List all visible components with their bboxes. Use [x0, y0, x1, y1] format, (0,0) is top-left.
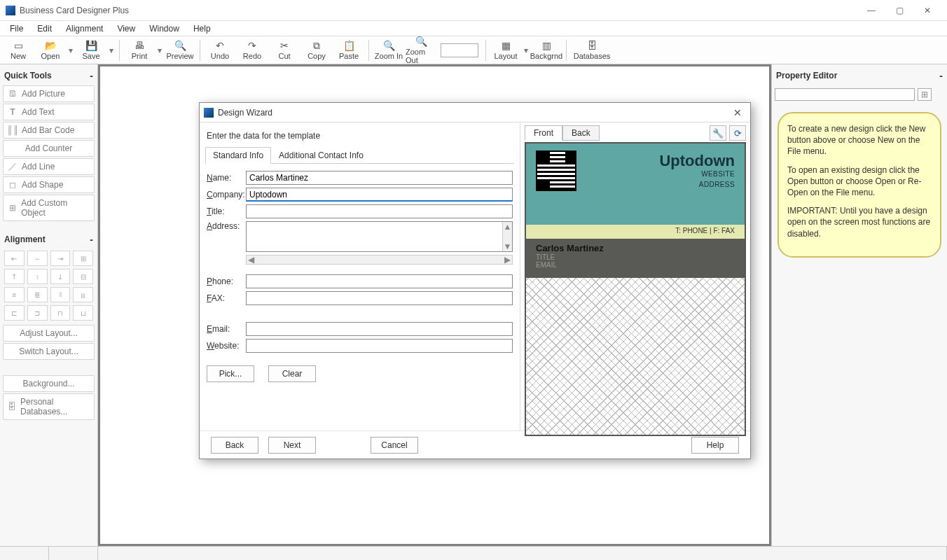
undo-button[interactable]: ↶Undo [205, 37, 235, 64]
tool-refresh-icon[interactable]: ⟳ [729, 125, 746, 141]
align-cell[interactable]: ⊏ [4, 305, 25, 321]
help-button[interactable]: Help [691, 437, 739, 454]
preview-website: WEBSITE [659, 170, 735, 178]
alignment-header: Alignment- [3, 231, 95, 248]
tool-wrench-icon[interactable]: 🔧 [710, 125, 726, 141]
label-fax: FAX: [207, 293, 246, 303]
tab-front[interactable]: Front [525, 125, 562, 141]
clear-button[interactable]: Clear [268, 365, 316, 382]
new-button[interactable]: ▭New [3, 37, 34, 64]
align-cell[interactable]: ⊟ [73, 269, 93, 284]
label-title: Title: [207, 206, 246, 216]
align-cell[interactable]: ⊐ [27, 305, 48, 321]
align-cell[interactable]: ⫼ [73, 287, 93, 302]
databases-button[interactable]: 🗄Databases [571, 37, 613, 64]
zoom-combo[interactable] [441, 43, 478, 57]
dialog-close-button[interactable]: ✕ [729, 107, 746, 118]
website-input[interactable] [246, 339, 513, 353]
address-input[interactable]: ▲▼ [246, 221, 513, 252]
maximize-button[interactable]: ▢ [885, 0, 913, 21]
dialog-form-panel: Enter the data for the template Standard… [200, 122, 520, 430]
phone-input[interactable] [246, 274, 513, 288]
copy-button[interactable]: ⧉Copy [301, 37, 332, 64]
zoomout-button[interactable]: 🔍Zoom Out [406, 37, 436, 64]
align-cell[interactable]: ↕ [27, 269, 48, 284]
save-dropdown[interactable]: ▾ [108, 46, 115, 55]
menu-window[interactable]: Window [142, 22, 186, 36]
card-preview: Uptodown WEBSITE ADDRESS T: PHONE | F: F… [525, 142, 746, 436]
dialog-tabs: Standard Info Additional Contact Info [205, 146, 514, 164]
add-picture-button[interactable]: 🖻Add Picture [3, 85, 95, 102]
align-cell[interactable]: ≡ [4, 287, 25, 302]
cut-button[interactable]: ✂Cut [269, 37, 300, 64]
layout-button[interactable]: ▦Layout [490, 37, 521, 64]
email-input[interactable] [246, 322, 513, 336]
label-website: Website: [207, 341, 246, 351]
collapse-icon[interactable]: - [90, 234, 93, 245]
add-shape-button[interactable]: ◻Add Shape [3, 176, 95, 193]
align-cell[interactable]: ⊔ [73, 305, 93, 321]
background-button[interactable]: Background... [3, 375, 95, 392]
open-dropdown[interactable]: ▾ [67, 46, 74, 55]
dialog-preview-panel: Front Back 🔧 ⟳ Uptodown WEBSITE ADDRESS … [520, 122, 750, 430]
save-button[interactable]: 💾Save [76, 37, 106, 64]
property-combo[interactable] [775, 88, 915, 101]
add-line-button[interactable]: ／Add Line [3, 158, 95, 175]
add-counter-button[interactable]: Add Counter [3, 140, 95, 157]
minimize-button[interactable]: — [857, 0, 885, 21]
preview-button[interactable]: 🔍Preview [165, 37, 195, 64]
dialog-titlebar: Design Wizard ✕ [200, 103, 750, 122]
personal-db-button[interactable]: 🗄Personal Databases... [3, 393, 95, 420]
align-cell[interactable]: ⊓ [50, 305, 71, 321]
separator [200, 40, 200, 61]
switch-layout-button[interactable]: Switch Layout... [3, 343, 95, 360]
hint-text: IMPORTANT: Until you have a design open … [787, 205, 932, 239]
tab-standard-info[interactable]: Standard Info [205, 147, 271, 164]
menu-edit[interactable]: Edit [30, 22, 59, 36]
add-text-button[interactable]: TAdd Text [3, 104, 95, 120]
add-barcode-button[interactable]: ║║Add Bar Code [3, 122, 95, 139]
menu-alignment[interactable]: Alignment [59, 22, 110, 36]
align-cell[interactable]: ↔ [27, 251, 48, 266]
zoomin-button[interactable]: 🔍Zoom In [373, 37, 404, 64]
quick-tools-header: Quick Tools- [3, 67, 95, 84]
property-options-icon[interactable]: ⊞ [918, 88, 932, 101]
next-button[interactable]: Next [268, 437, 316, 454]
address-hscroll[interactable]: ◀▶ [246, 255, 513, 265]
align-cell[interactable]: ⊞ [73, 251, 93, 266]
print-dropdown[interactable]: ▾ [156, 46, 163, 55]
align-cell[interactable]: ⫴ [50, 287, 71, 302]
company-input[interactable] [246, 188, 513, 202]
add-custom-button[interactable]: ⊞Add Custom Object [3, 195, 95, 221]
align-cell[interactable]: ≣ [27, 287, 48, 302]
menu-file[interactable]: File [3, 22, 30, 36]
collapse-icon[interactable]: - [939, 70, 943, 81]
name-input[interactable] [246, 171, 513, 185]
custom-icon: ⊞ [8, 203, 17, 213]
open-button[interactable]: 📂Open [35, 37, 66, 64]
close-button[interactable]: ✕ [913, 0, 941, 21]
align-cell[interactable]: ⇥ [50, 251, 71, 266]
print-button[interactable]: 🖶Print [124, 37, 155, 64]
hint-text: To create a new design click the New but… [787, 123, 932, 158]
pick-button[interactable]: Pick... [207, 365, 254, 382]
collapse-icon[interactable]: - [90, 70, 93, 81]
statusbar [0, 546, 947, 560]
tab-back[interactable]: Back [562, 125, 600, 141]
dialog-subtitle: Enter the data for the template [207, 131, 513, 141]
tab-additional-info[interactable]: Additional Contact Info [271, 147, 371, 164]
fax-input[interactable] [246, 291, 513, 305]
align-cell[interactable]: ⤓ [50, 269, 71, 284]
backgrnd-button[interactable]: ▥Backgrnd [531, 37, 562, 64]
paste-button[interactable]: 📋Paste [333, 37, 364, 64]
cancel-button[interactable]: Cancel [371, 437, 418, 454]
align-cell[interactable]: ⤒ [4, 269, 25, 284]
align-cell[interactable]: ⇤ [4, 251, 25, 266]
back-button[interactable]: Back [211, 437, 258, 454]
menu-view[interactable]: View [110, 22, 142, 36]
title-input[interactable] [246, 204, 513, 218]
layout-dropdown[interactable]: ▾ [523, 46, 530, 55]
menu-help[interactable]: Help [186, 22, 218, 36]
redo-button[interactable]: ↷Redo [237, 37, 268, 64]
adjust-layout-button[interactable]: Adjust Layout... [3, 325, 95, 342]
